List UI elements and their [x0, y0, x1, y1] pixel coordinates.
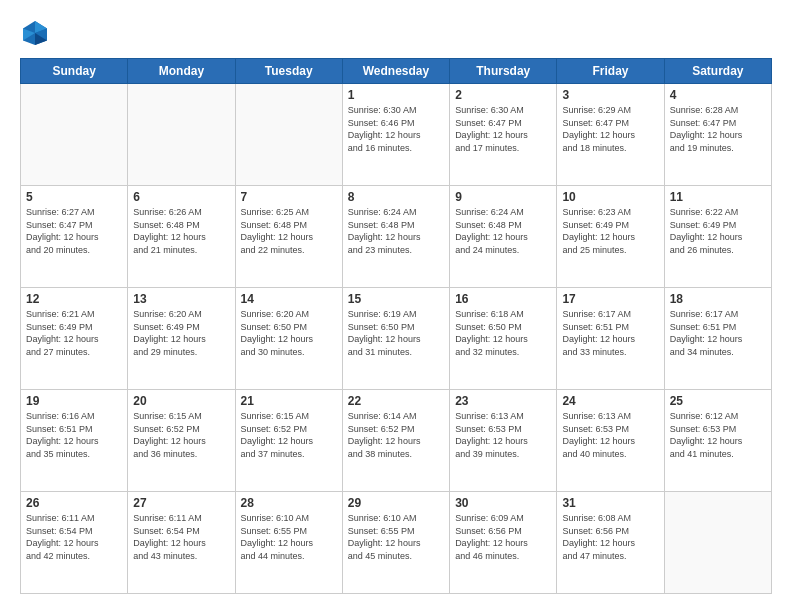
calendar-cell: 3Sunrise: 6:29 AM Sunset: 6:47 PM Daylig…	[557, 84, 664, 186]
day-info: Sunrise: 6:08 AM Sunset: 6:56 PM Dayligh…	[562, 512, 658, 562]
calendar-cell: 9Sunrise: 6:24 AM Sunset: 6:48 PM Daylig…	[450, 186, 557, 288]
day-info: Sunrise: 6:26 AM Sunset: 6:48 PM Dayligh…	[133, 206, 229, 256]
day-info: Sunrise: 6:12 AM Sunset: 6:53 PM Dayligh…	[670, 410, 766, 460]
calendar-cell	[128, 84, 235, 186]
day-info: Sunrise: 6:13 AM Sunset: 6:53 PM Dayligh…	[562, 410, 658, 460]
day-info: Sunrise: 6:14 AM Sunset: 6:52 PM Dayligh…	[348, 410, 444, 460]
day-number: 5	[26, 190, 122, 204]
calendar-cell: 21Sunrise: 6:15 AM Sunset: 6:52 PM Dayli…	[235, 390, 342, 492]
day-number: 25	[670, 394, 766, 408]
calendar-cell: 7Sunrise: 6:25 AM Sunset: 6:48 PM Daylig…	[235, 186, 342, 288]
day-info: Sunrise: 6:25 AM Sunset: 6:48 PM Dayligh…	[241, 206, 337, 256]
day-number: 28	[241, 496, 337, 510]
calendar-cell: 18Sunrise: 6:17 AM Sunset: 6:51 PM Dayli…	[664, 288, 771, 390]
calendar-cell	[21, 84, 128, 186]
weekday-header: Tuesday	[235, 59, 342, 84]
day-info: Sunrise: 6:17 AM Sunset: 6:51 PM Dayligh…	[670, 308, 766, 358]
calendar-cell: 19Sunrise: 6:16 AM Sunset: 6:51 PM Dayli…	[21, 390, 128, 492]
day-info: Sunrise: 6:10 AM Sunset: 6:55 PM Dayligh…	[241, 512, 337, 562]
day-number: 22	[348, 394, 444, 408]
day-number: 12	[26, 292, 122, 306]
day-number: 13	[133, 292, 229, 306]
day-info: Sunrise: 6:13 AM Sunset: 6:53 PM Dayligh…	[455, 410, 551, 460]
calendar-cell: 17Sunrise: 6:17 AM Sunset: 6:51 PM Dayli…	[557, 288, 664, 390]
day-info: Sunrise: 6:23 AM Sunset: 6:49 PM Dayligh…	[562, 206, 658, 256]
day-number: 24	[562, 394, 658, 408]
day-number: 19	[26, 394, 122, 408]
logo	[20, 18, 56, 48]
calendar-cell: 29Sunrise: 6:10 AM Sunset: 6:55 PM Dayli…	[342, 492, 449, 594]
weekday-header: Wednesday	[342, 59, 449, 84]
day-info: Sunrise: 6:27 AM Sunset: 6:47 PM Dayligh…	[26, 206, 122, 256]
day-info: Sunrise: 6:16 AM Sunset: 6:51 PM Dayligh…	[26, 410, 122, 460]
calendar-cell: 23Sunrise: 6:13 AM Sunset: 6:53 PM Dayli…	[450, 390, 557, 492]
day-info: Sunrise: 6:09 AM Sunset: 6:56 PM Dayligh…	[455, 512, 551, 562]
day-number: 18	[670, 292, 766, 306]
day-info: Sunrise: 6:17 AM Sunset: 6:51 PM Dayligh…	[562, 308, 658, 358]
day-number: 6	[133, 190, 229, 204]
calendar-cell: 25Sunrise: 6:12 AM Sunset: 6:53 PM Dayli…	[664, 390, 771, 492]
calendar-cell: 4Sunrise: 6:28 AM Sunset: 6:47 PM Daylig…	[664, 84, 771, 186]
weekday-header: Saturday	[664, 59, 771, 84]
day-number: 20	[133, 394, 229, 408]
weekday-header: Sunday	[21, 59, 128, 84]
day-number: 30	[455, 496, 551, 510]
calendar-cell: 30Sunrise: 6:09 AM Sunset: 6:56 PM Dayli…	[450, 492, 557, 594]
calendar-cell: 31Sunrise: 6:08 AM Sunset: 6:56 PM Dayli…	[557, 492, 664, 594]
logo-icon	[20, 18, 50, 48]
day-number: 3	[562, 88, 658, 102]
day-number: 16	[455, 292, 551, 306]
day-info: Sunrise: 6:15 AM Sunset: 6:52 PM Dayligh…	[133, 410, 229, 460]
day-number: 4	[670, 88, 766, 102]
weekday-header: Thursday	[450, 59, 557, 84]
calendar-cell: 22Sunrise: 6:14 AM Sunset: 6:52 PM Dayli…	[342, 390, 449, 492]
day-number: 8	[348, 190, 444, 204]
day-number: 7	[241, 190, 337, 204]
day-info: Sunrise: 6:30 AM Sunset: 6:47 PM Dayligh…	[455, 104, 551, 154]
day-info: Sunrise: 6:15 AM Sunset: 6:52 PM Dayligh…	[241, 410, 337, 460]
day-number: 17	[562, 292, 658, 306]
day-info: Sunrise: 6:21 AM Sunset: 6:49 PM Dayligh…	[26, 308, 122, 358]
calendar-cell	[235, 84, 342, 186]
calendar-cell	[664, 492, 771, 594]
weekday-header: Monday	[128, 59, 235, 84]
calendar-table: SundayMondayTuesdayWednesdayThursdayFrid…	[20, 58, 772, 594]
day-info: Sunrise: 6:20 AM Sunset: 6:50 PM Dayligh…	[241, 308, 337, 358]
weekday-header: Friday	[557, 59, 664, 84]
calendar-cell: 15Sunrise: 6:19 AM Sunset: 6:50 PM Dayli…	[342, 288, 449, 390]
calendar-cell: 10Sunrise: 6:23 AM Sunset: 6:49 PM Dayli…	[557, 186, 664, 288]
calendar-cell: 16Sunrise: 6:18 AM Sunset: 6:50 PM Dayli…	[450, 288, 557, 390]
page: SundayMondayTuesdayWednesdayThursdayFrid…	[0, 0, 792, 612]
day-info: Sunrise: 6:10 AM Sunset: 6:55 PM Dayligh…	[348, 512, 444, 562]
day-info: Sunrise: 6:19 AM Sunset: 6:50 PM Dayligh…	[348, 308, 444, 358]
calendar-cell: 24Sunrise: 6:13 AM Sunset: 6:53 PM Dayli…	[557, 390, 664, 492]
day-info: Sunrise: 6:28 AM Sunset: 6:47 PM Dayligh…	[670, 104, 766, 154]
day-info: Sunrise: 6:11 AM Sunset: 6:54 PM Dayligh…	[133, 512, 229, 562]
calendar-cell: 13Sunrise: 6:20 AM Sunset: 6:49 PM Dayli…	[128, 288, 235, 390]
calendar-cell: 2Sunrise: 6:30 AM Sunset: 6:47 PM Daylig…	[450, 84, 557, 186]
calendar-cell: 8Sunrise: 6:24 AM Sunset: 6:48 PM Daylig…	[342, 186, 449, 288]
day-number: 27	[133, 496, 229, 510]
day-info: Sunrise: 6:11 AM Sunset: 6:54 PM Dayligh…	[26, 512, 122, 562]
calendar-cell: 27Sunrise: 6:11 AM Sunset: 6:54 PM Dayli…	[128, 492, 235, 594]
day-number: 26	[26, 496, 122, 510]
day-number: 14	[241, 292, 337, 306]
day-number: 29	[348, 496, 444, 510]
calendar-cell: 5Sunrise: 6:27 AM Sunset: 6:47 PM Daylig…	[21, 186, 128, 288]
day-number: 23	[455, 394, 551, 408]
calendar-cell: 6Sunrise: 6:26 AM Sunset: 6:48 PM Daylig…	[128, 186, 235, 288]
day-info: Sunrise: 6:24 AM Sunset: 6:48 PM Dayligh…	[348, 206, 444, 256]
calendar-cell: 20Sunrise: 6:15 AM Sunset: 6:52 PM Dayli…	[128, 390, 235, 492]
day-number: 21	[241, 394, 337, 408]
day-info: Sunrise: 6:24 AM Sunset: 6:48 PM Dayligh…	[455, 206, 551, 256]
calendar-cell: 28Sunrise: 6:10 AM Sunset: 6:55 PM Dayli…	[235, 492, 342, 594]
day-info: Sunrise: 6:30 AM Sunset: 6:46 PM Dayligh…	[348, 104, 444, 154]
day-number: 11	[670, 190, 766, 204]
calendar-cell: 1Sunrise: 6:30 AM Sunset: 6:46 PM Daylig…	[342, 84, 449, 186]
day-number: 1	[348, 88, 444, 102]
calendar-cell: 14Sunrise: 6:20 AM Sunset: 6:50 PM Dayli…	[235, 288, 342, 390]
day-number: 9	[455, 190, 551, 204]
day-number: 2	[455, 88, 551, 102]
day-number: 10	[562, 190, 658, 204]
day-info: Sunrise: 6:22 AM Sunset: 6:49 PM Dayligh…	[670, 206, 766, 256]
